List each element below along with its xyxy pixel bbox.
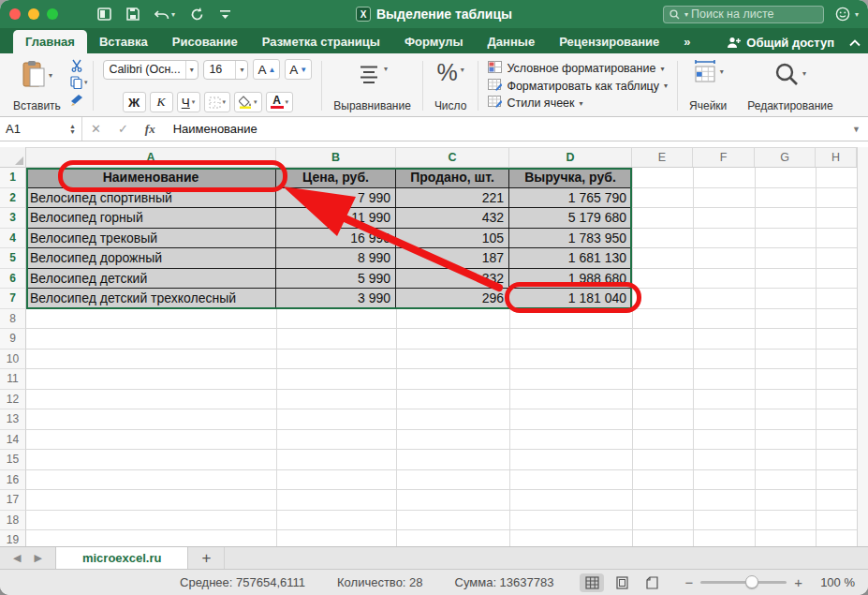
row-header-7[interactable]: 7 (0, 289, 26, 309)
row-header-13[interactable]: 13 (0, 409, 26, 430)
formula-bar-value[interactable]: Наименование (173, 122, 257, 136)
tab-рисование[interactable]: Рисование (160, 30, 250, 53)
sheet-tab-active[interactable]: microexcel.ru (55, 547, 189, 569)
close-window-button[interactable] (9, 8, 21, 20)
tab-главная[interactable]: Главная (13, 30, 87, 53)
table-cell[interactable]: 5 990 (276, 269, 396, 290)
column-header-A[interactable]: A (26, 147, 276, 167)
column-header-B[interactable]: B (276, 147, 396, 167)
minimize-window-button[interactable] (28, 8, 39, 20)
cancel-entry-icon[interactable]: ✕ (91, 122, 101, 136)
feedback-button[interactable]: ▾ (835, 7, 859, 22)
tab-данные[interactable]: Данные (476, 30, 548, 53)
number-format-button[interactable]: % ▾ Число (429, 57, 473, 114)
table-cell[interactable]: 5 179 680 (509, 208, 632, 229)
table-cell[interactable]: 7 990 (276, 188, 396, 209)
copy-button[interactable]: ▾ (70, 76, 88, 89)
font-size-combo[interactable]: 16 ▾ (203, 60, 248, 80)
table-cell[interactable]: 332 (396, 269, 509, 290)
format-painter-button[interactable] (70, 93, 88, 106)
add-sheet-button[interactable]: + (188, 547, 225, 569)
table-cell[interactable]: Велосипед дорожный (26, 248, 276, 269)
table-cell[interactable]: Велосипед детский (26, 269, 276, 290)
page-layout-view-button[interactable] (610, 573, 634, 592)
cell-styles-button[interactable]: Стили ячеек▾ (488, 96, 668, 111)
customize-toolbar-icon[interactable] (219, 9, 231, 20)
column-header-E[interactable]: E (632, 147, 693, 167)
table-cell[interactable]: 1 181 040 (509, 289, 632, 309)
table-cell[interactable]: 187 (396, 248, 509, 269)
table-cell[interactable]: 221 (396, 188, 509, 209)
shrink-font-button[interactable]: A▼ (285, 59, 312, 80)
confirm-entry-icon[interactable]: ✓ (118, 122, 128, 136)
column-header-C[interactable]: C (396, 147, 509, 167)
row-header-5[interactable]: 5 (0, 248, 26, 269)
page-break-view-button[interactable] (640, 573, 664, 592)
row-header-4[interactable]: 4 (0, 229, 26, 249)
table-cell[interactable]: Велосипед детский трехколесный (26, 289, 276, 309)
row-header-11[interactable]: 11 (0, 369, 26, 390)
fill-color-button[interactable]: ▾ (234, 92, 262, 112)
share-button[interactable]: Общий доступ (727, 36, 834, 50)
conditional-formatting-button[interactable]: Условное форматирование▾ (488, 61, 668, 76)
table-cell[interactable]: 432 (396, 208, 509, 229)
row-header-3[interactable]: 3 (0, 208, 26, 229)
table-cell[interactable]: 105 (396, 229, 509, 249)
row-header-18[interactable]: 18 (0, 511, 26, 531)
table-cell[interactable]: Велосипед трековый (26, 229, 276, 249)
format-as-table-button[interactable]: Форматировать как таблицу▾ (488, 79, 668, 94)
table-cell[interactable]: 296 (396, 289, 509, 309)
zoom-slider[interactable] (700, 581, 787, 584)
column-header-H[interactable]: H (816, 147, 857, 167)
table-header-cell[interactable]: Выручка, руб. (509, 168, 632, 188)
paste-button[interactable]: ▾ Вставить (7, 57, 66, 114)
row-header-15[interactable]: 15 (0, 450, 26, 470)
vertical-scrollbar[interactable] (857, 147, 868, 546)
table-cell[interactable]: 8 990 (276, 248, 396, 269)
row-header-12[interactable]: 12 (0, 390, 26, 410)
prev-sheet-icon[interactable]: ◀ (13, 552, 21, 564)
table-header-cell[interactable]: Продано, шт. (396, 168, 509, 188)
row-header-14[interactable]: 14 (0, 430, 26, 451)
table-header-cell[interactable]: Цена, руб. (276, 168, 396, 188)
table-cell[interactable]: 1 681 130 (509, 248, 632, 269)
table-cell[interactable]: 11 990 (276, 208, 396, 229)
formula-bar-expand-icon[interactable]: ▼ (852, 125, 861, 134)
redo-icon[interactable] (190, 7, 204, 22)
bold-button[interactable]: Ж (123, 92, 146, 112)
grow-font-button[interactable]: A▲ (253, 59, 280, 80)
zoom-out-button[interactable]: − (684, 574, 693, 590)
table-cell[interactable]: 16 990 (276, 229, 396, 249)
search-field[interactable]: ▾ Поиск на листе (663, 6, 824, 23)
undo-button[interactable]: ▾ (154, 8, 175, 21)
row-header-10[interactable]: 10 (0, 350, 26, 370)
tab-рецензирование[interactable]: Рецензирование (547, 30, 671, 53)
insert-function-icon[interactable]: fx (145, 122, 155, 137)
tab-разметка-страницы[interactable]: Разметка страницы (250, 30, 392, 53)
tab-overflow[interactable]: » (671, 30, 702, 53)
font-color-button[interactable]: А▾ (266, 92, 294, 112)
save-icon[interactable] (126, 7, 140, 21)
next-sheet-icon[interactable]: ▶ (34, 552, 41, 564)
name-box[interactable]: A1 ▲▼ (0, 117, 82, 141)
table-cell[interactable]: 1 783 950 (509, 229, 632, 249)
select-all-corner[interactable] (0, 147, 26, 168)
column-header-F[interactable]: F (693, 147, 755, 167)
editing-button[interactable]: ▾ Редактирование (742, 57, 838, 114)
normal-view-button[interactable] (580, 573, 604, 592)
row-header-16[interactable]: 16 (0, 470, 26, 491)
collapse-ribbon-icon[interactable] (849, 39, 861, 47)
borders-button[interactable]: ▾ (204, 92, 231, 112)
alignment-button[interactable]: ▾ Выравнивание (328, 57, 417, 114)
row-header-17[interactable]: 17 (0, 490, 26, 511)
fullscreen-window-button[interactable] (47, 8, 58, 20)
underline-button[interactable]: Ч▾ (177, 92, 200, 112)
font-name-combo[interactable]: Calibri (Осн... ▾ (103, 60, 199, 80)
new-sheet-icon[interactable] (97, 7, 111, 21)
italic-button[interactable]: К (150, 92, 173, 112)
zoom-slider-knob[interactable] (745, 575, 758, 588)
tab-формулы[interactable]: Формулы (392, 30, 476, 53)
row-header-2[interactable]: 2 (0, 188, 26, 209)
row-header-1[interactable]: 1 (0, 168, 26, 188)
zoom-in-button[interactable]: + (794, 574, 802, 590)
